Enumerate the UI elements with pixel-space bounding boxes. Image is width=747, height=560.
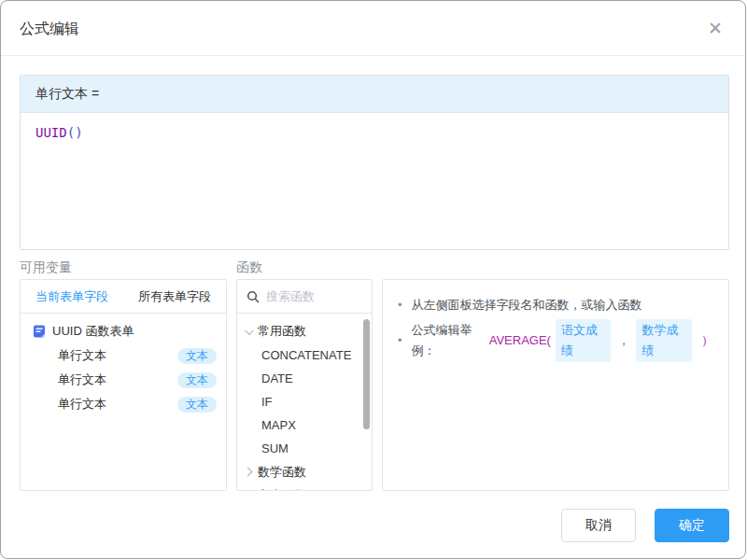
tip-example-function: AVERAGE( — [489, 330, 551, 351]
function-item[interactable]: IF — [237, 390, 372, 413]
field-type-badge: 文本 — [177, 372, 217, 388]
scrollbar-thumb[interactable] — [363, 319, 370, 429]
function-group-math[interactable]: 数学函数 — [237, 460, 372, 483]
tips-panel: • 从左侧面板选择字段名和函数，或输入函数 • 公式编辑举例：AVERAGE(语… — [382, 279, 729, 491]
formula-target-label: 单行文本 = — [21, 76, 728, 113]
formula-parens: () — [67, 125, 83, 140]
tip-field-chip: 数学成绩 — [636, 319, 692, 362]
function-item[interactable]: CONCATENATE — [237, 343, 372, 367]
field-row[interactable]: 单行文本 文本 — [21, 343, 226, 368]
formula-editor: 单行文本 = UUID() — [20, 75, 729, 250]
chevron-down-icon — [245, 326, 254, 335]
function-group-label: 文本函数 — [258, 487, 306, 492]
variables-tabs: 当前表单字段 所有表单字段 — [21, 280, 226, 314]
chevron-right-icon — [244, 468, 253, 477]
formula-code-area[interactable]: UUID() — [21, 113, 728, 152]
tip-comma: ， — [617, 330, 629, 351]
tab-current-form-fields[interactable]: 当前表单字段 — [21, 280, 123, 313]
close-icon[interactable]: ✕ — [704, 18, 726, 40]
tree-root-form[interactable]: UUID 函数表单 — [21, 319, 226, 343]
dialog-header: 公式编辑 ✕ — [1, 1, 745, 56]
variables-panel: 当前表单字段 所有表单字段 UUID 函数表单 单行文本 文本 单行文本 文本 … — [20, 279, 227, 491]
field-type-badge: 文本 — [177, 348, 217, 364]
formula-edit-dialog: 公式编辑 ✕ 单行文本 = UUID() 可用变量 函数 当前表单字段 所有表单… — [0, 0, 746, 559]
bullet-icon: • — [398, 330, 402, 351]
function-item[interactable]: MAPX — [237, 413, 372, 437]
form-document-icon — [33, 325, 46, 338]
bullet-icon: • — [398, 295, 402, 315]
function-search-input[interactable] — [266, 289, 359, 303]
field-row[interactable]: 单行文本 文本 — [21, 392, 226, 416]
functions-panel: 常用函数 CONCATENATE DATE IF MAPX SUM 数学函数 文… — [236, 279, 373, 491]
function-item[interactable]: DATE — [237, 367, 372, 390]
function-group-common[interactable]: 常用函数 — [237, 319, 372, 343]
functions-section-label: 函数 — [236, 259, 262, 276]
field-name: 单行文本 — [58, 347, 106, 364]
field-name: 单行文本 — [58, 396, 106, 413]
tip-line-1: • 从左侧面板选择字段名和函数，或输入函数 — [398, 291, 713, 319]
tip-text: 从左侧面板选择字段名和函数，或输入函数 — [412, 295, 642, 315]
variables-section-label: 可用变量 — [20, 259, 72, 276]
function-group-label: 常用函数 — [258, 323, 306, 340]
tip-example-prefix: 公式编辑举例： — [412, 320, 489, 361]
field-type-badge: 文本 — [177, 397, 217, 413]
function-list: 常用函数 CONCATENATE DATE IF MAPX SUM 数学函数 文… — [237, 314, 372, 491]
formula-function-name: UUID — [35, 125, 67, 140]
tree-root-label: UUID 函数表单 — [52, 323, 134, 340]
dialog-title: 公式编辑 — [20, 20, 79, 39]
field-name: 单行文本 — [58, 371, 106, 388]
function-item[interactable]: SUM — [237, 437, 372, 460]
field-row[interactable]: 单行文本 文本 — [21, 368, 226, 392]
confirm-button[interactable]: 确定 — [655, 509, 729, 542]
function-group-text[interactable]: 文本函数 — [237, 483, 372, 491]
tip-line-2: • 公式编辑举例：AVERAGE(语文成绩，数学成绩） — [398, 319, 713, 362]
function-group-label: 数学函数 — [258, 464, 306, 481]
tip-close-paren: ） — [701, 330, 713, 351]
tip-field-chip: 语文成绩 — [556, 319, 612, 362]
variables-tree: UUID 函数表单 单行文本 文本 单行文本 文本 单行文本 文本 — [21, 314, 226, 416]
search-icon — [247, 290, 260, 303]
function-search-row — [237, 280, 372, 314]
tab-all-form-fields[interactable]: 所有表单字段 — [123, 280, 226, 313]
cancel-button[interactable]: 取消 — [561, 509, 636, 542]
